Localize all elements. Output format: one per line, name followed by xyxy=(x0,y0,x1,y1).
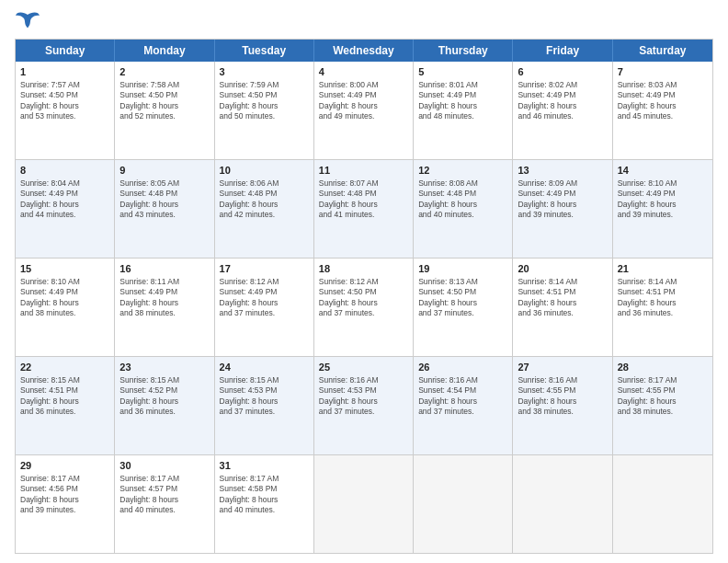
calendar-header: SundayMondayTuesdayWednesdayThursdayFrid… xyxy=(16,40,712,62)
day-info: Sunrise: 8:02 AMSunset: 4:49 PMDaylight:… xyxy=(518,80,607,122)
empty-cell xyxy=(314,455,414,553)
logo xyxy=(15,11,44,31)
day-info: Sunrise: 8:01 AMSunset: 4:49 PMDaylight:… xyxy=(418,80,507,122)
day-info: Sunrise: 8:06 AMSunset: 4:48 PMDaylight:… xyxy=(220,178,309,221)
day-info: Sunrise: 8:11 AMSunset: 4:49 PMDaylight:… xyxy=(119,277,209,319)
day-info: Sunrise: 8:05 AMSunset: 4:48 PMDaylight:… xyxy=(119,178,209,221)
day-number: 12 xyxy=(418,164,507,178)
header-day-friday: Friday xyxy=(513,40,612,62)
day-number: 4 xyxy=(319,65,408,79)
day-cell-26: 26Sunrise: 8:16 AMSunset: 4:54 PMDayligh… xyxy=(414,357,513,454)
day-cell-28: 28Sunrise: 8:17 AMSunset: 4:55 PMDayligh… xyxy=(613,357,712,454)
day-number: 18 xyxy=(319,262,408,276)
day-number: 22 xyxy=(20,361,109,374)
day-info: Sunrise: 8:16 AMSunset: 4:54 PMDaylight:… xyxy=(418,375,507,418)
day-info: Sunrise: 8:04 AMSunset: 4:49 PMDaylight:… xyxy=(20,178,109,221)
day-info: Sunrise: 8:12 AMSunset: 4:49 PMDaylight:… xyxy=(220,277,309,319)
day-number: 27 xyxy=(518,361,607,374)
calendar-body: 1Sunrise: 7:57 AMSunset: 4:50 PMDaylight… xyxy=(16,62,712,553)
day-info: Sunrise: 8:16 AMSunset: 4:53 PMDaylight:… xyxy=(319,375,408,418)
day-info: Sunrise: 8:14 AMSunset: 4:51 PMDaylight:… xyxy=(518,277,607,319)
day-cell-16: 16Sunrise: 8:11 AMSunset: 4:49 PMDayligh… xyxy=(115,259,214,356)
day-cell-11: 11Sunrise: 8:07 AMSunset: 4:48 PMDayligh… xyxy=(314,160,414,258)
day-cell-14: 14Sunrise: 8:10 AMSunset: 4:49 PMDayligh… xyxy=(613,160,712,258)
day-cell-7: 7Sunrise: 8:03 AMSunset: 4:49 PMDaylight… xyxy=(613,62,712,159)
day-number: 28 xyxy=(618,361,708,374)
header-day-wednesday: Wednesday xyxy=(314,40,414,62)
day-cell-27: 27Sunrise: 8:16 AMSunset: 4:55 PMDayligh… xyxy=(513,357,612,454)
day-info: Sunrise: 8:14 AMSunset: 4:51 PMDaylight:… xyxy=(618,277,708,319)
calendar-row-3: 22Sunrise: 8:15 AMSunset: 4:51 PMDayligh… xyxy=(16,356,712,454)
day-info: Sunrise: 8:15 AMSunset: 4:53 PMDaylight:… xyxy=(220,375,309,418)
calendar-row-0: 1Sunrise: 7:57 AMSunset: 4:50 PMDaylight… xyxy=(16,62,712,159)
header xyxy=(15,11,713,31)
day-number: 14 xyxy=(618,164,708,178)
day-number: 26 xyxy=(418,361,507,374)
day-cell-12: 12Sunrise: 8:08 AMSunset: 4:48 PMDayligh… xyxy=(414,160,513,258)
day-info: Sunrise: 8:17 AMSunset: 4:56 PMDaylight:… xyxy=(20,474,109,516)
day-info: Sunrise: 8:03 AMSunset: 4:49 PMDaylight:… xyxy=(618,80,708,122)
day-number: 19 xyxy=(418,262,507,276)
day-info: Sunrise: 8:07 AMSunset: 4:48 PMDaylight:… xyxy=(319,178,408,221)
day-cell-3: 3Sunrise: 7:59 AMSunset: 4:50 PMDaylight… xyxy=(215,62,314,159)
day-cell-29: 29Sunrise: 8:17 AMSunset: 4:56 PMDayligh… xyxy=(16,455,115,553)
day-info: Sunrise: 8:10 AMSunset: 4:49 PMDaylight:… xyxy=(20,277,109,319)
day-number: 8 xyxy=(20,164,109,178)
day-info: Sunrise: 7:59 AMSunset: 4:50 PMDaylight:… xyxy=(220,80,309,122)
day-number: 15 xyxy=(20,262,109,276)
page: SundayMondayTuesdayWednesdayThursdayFrid… xyxy=(0,0,728,563)
day-cell-17: 17Sunrise: 8:12 AMSunset: 4:49 PMDayligh… xyxy=(215,259,314,356)
day-info: Sunrise: 8:17 AMSunset: 4:58 PMDaylight:… xyxy=(220,474,309,516)
day-cell-8: 8Sunrise: 8:04 AMSunset: 4:49 PMDaylight… xyxy=(16,160,115,258)
day-info: Sunrise: 8:09 AMSunset: 4:49 PMDaylight:… xyxy=(518,178,607,221)
logo-bird-icon xyxy=(15,11,40,31)
day-info: Sunrise: 7:57 AMSunset: 4:50 PMDaylight:… xyxy=(20,80,109,122)
day-info: Sunrise: 8:13 AMSunset: 4:50 PMDaylight:… xyxy=(418,277,507,319)
day-number: 30 xyxy=(119,459,209,473)
day-number: 10 xyxy=(220,164,309,178)
day-number: 3 xyxy=(220,65,309,79)
day-number: 21 xyxy=(618,262,708,276)
day-info: Sunrise: 8:10 AMSunset: 4:49 PMDaylight:… xyxy=(618,178,708,221)
header-day-saturday: Saturday xyxy=(613,40,712,62)
day-cell-24: 24Sunrise: 8:15 AMSunset: 4:53 PMDayligh… xyxy=(215,357,314,454)
day-number: 23 xyxy=(119,361,209,374)
header-day-thursday: Thursday xyxy=(414,40,513,62)
day-info: Sunrise: 8:12 AMSunset: 4:50 PMDaylight:… xyxy=(319,277,408,319)
day-info: Sunrise: 8:16 AMSunset: 4:55 PMDaylight:… xyxy=(518,375,607,418)
day-cell-10: 10Sunrise: 8:06 AMSunset: 4:48 PMDayligh… xyxy=(215,160,314,258)
day-cell-1: 1Sunrise: 7:57 AMSunset: 4:50 PMDaylight… xyxy=(16,62,115,159)
day-cell-2: 2Sunrise: 7:58 AMSunset: 4:50 PMDaylight… xyxy=(115,62,214,159)
empty-cell xyxy=(613,455,712,553)
day-number: 25 xyxy=(319,361,408,374)
day-cell-13: 13Sunrise: 8:09 AMSunset: 4:49 PMDayligh… xyxy=(513,160,612,258)
day-number: 11 xyxy=(319,164,408,178)
day-cell-20: 20Sunrise: 8:14 AMSunset: 4:51 PMDayligh… xyxy=(513,259,612,356)
day-cell-30: 30Sunrise: 8:17 AMSunset: 4:57 PMDayligh… xyxy=(115,455,214,553)
day-number: 7 xyxy=(618,65,708,79)
day-number: 1 xyxy=(20,65,109,79)
day-cell-5: 5Sunrise: 8:01 AMSunset: 4:49 PMDaylight… xyxy=(414,62,513,159)
day-number: 24 xyxy=(220,361,309,374)
day-number: 31 xyxy=(220,459,309,473)
header-day-sunday: Sunday xyxy=(16,40,115,62)
day-cell-18: 18Sunrise: 8:12 AMSunset: 4:50 PMDayligh… xyxy=(314,259,414,356)
day-info: Sunrise: 8:15 AMSunset: 4:51 PMDaylight:… xyxy=(20,375,109,418)
empty-cell xyxy=(414,455,513,553)
day-info: Sunrise: 8:00 AMSunset: 4:49 PMDaylight:… xyxy=(319,80,408,122)
day-number: 13 xyxy=(518,164,607,178)
day-number: 20 xyxy=(518,262,607,276)
day-info: Sunrise: 8:17 AMSunset: 4:57 PMDaylight:… xyxy=(119,474,209,516)
calendar-row-1: 8Sunrise: 8:04 AMSunset: 4:49 PMDaylight… xyxy=(16,159,712,258)
day-cell-4: 4Sunrise: 8:00 AMSunset: 4:49 PMDaylight… xyxy=(314,62,414,159)
calendar-row-4: 29Sunrise: 8:17 AMSunset: 4:56 PMDayligh… xyxy=(16,454,712,553)
day-number: 2 xyxy=(119,65,209,79)
day-number: 17 xyxy=(220,262,309,276)
day-cell-31: 31Sunrise: 8:17 AMSunset: 4:58 PMDayligh… xyxy=(215,455,314,553)
day-number: 29 xyxy=(20,459,109,473)
calendar-row-2: 15Sunrise: 8:10 AMSunset: 4:49 PMDayligh… xyxy=(16,258,712,356)
day-info: Sunrise: 8:17 AMSunset: 4:55 PMDaylight:… xyxy=(618,375,708,418)
day-cell-6: 6Sunrise: 8:02 AMSunset: 4:49 PMDaylight… xyxy=(513,62,612,159)
day-number: 16 xyxy=(119,262,209,276)
day-number: 6 xyxy=(518,65,607,79)
